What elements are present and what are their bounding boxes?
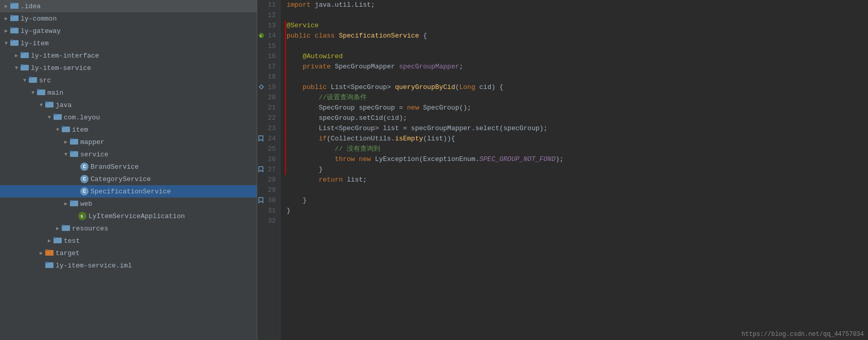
code-area: 111213s141516171819202122232425262728293… <box>257 0 868 340</box>
folder-blue-icon <box>21 51 29 60</box>
folder-blue-icon <box>62 224 70 233</box>
line-number-17: 17 <box>257 62 276 72</box>
tree-item-idea[interactable]: .idea <box>0 0 257 12</box>
code-editor: 111213s141516171819202122232425262728293… <box>257 0 868 340</box>
svg-rect-46 <box>62 225 65 226</box>
folder-blue-icon <box>45 261 54 270</box>
svg-rect-41 <box>70 200 73 202</box>
tree-arrow-src[interactable] <box>21 76 29 84</box>
tree-label-CategoryService: CategoryService <box>91 175 253 183</box>
code-line-22: specGroup.setCid(cid); <box>287 113 868 123</box>
code-line-21: SpecGroup specGroup = new SpecGroup(); <box>287 103 868 113</box>
tree-item-SpecificationService[interactable]: CSpecificationService <box>0 185 257 198</box>
java-class-icon: C <box>80 175 88 183</box>
svg-rect-8 <box>10 27 13 29</box>
red-bookmark-line <box>285 72 286 82</box>
tree-item-test[interactable]: test <box>0 235 257 247</box>
tree-item-com.leyou[interactable]: com.leyou <box>0 111 257 123</box>
tree-arrow-target[interactable] <box>37 249 45 257</box>
tree-arrow-test[interactable] <box>45 237 54 245</box>
tree-item-java[interactable]: java <box>0 99 257 111</box>
line-number-29: 29 <box>257 185 276 195</box>
tree-arrow-ly-item-service[interactable] <box>12 64 21 72</box>
tree-arrow-service[interactable] <box>62 150 70 158</box>
code-line-27: } <box>287 165 868 175</box>
line-numbers: 111213s141516171819202122232425262728293… <box>257 0 280 340</box>
red-bookmark-line <box>285 31 286 41</box>
code-line-30: } <box>287 195 868 206</box>
red-bookmark-line <box>285 165 286 175</box>
tree-item-web[interactable]: web <box>0 198 257 210</box>
tree-arrow-resources[interactable] <box>54 224 62 232</box>
tree-label-ly-item: ly-item <box>21 40 253 47</box>
tree-item-BrandService[interactable]: CBrandService <box>0 160 257 173</box>
red-bookmark-line <box>285 144 286 154</box>
svg-rect-29 <box>54 114 57 115</box>
code-line-12 <box>287 10 868 21</box>
tree-item-ly-item-service[interactable]: ly-item-service <box>0 62 257 74</box>
tree-label-test: test <box>64 237 253 245</box>
tree-label-service: service <box>80 151 253 158</box>
tree-item-item[interactable]: item <box>0 123 257 136</box>
tree-label-ly-gateway: ly-gateway <box>21 27 253 35</box>
code-line-16: @Autowired <box>287 51 868 62</box>
tree-arrow-ly-item-interface[interactable] <box>12 51 21 60</box>
file-tree[interactable]: .idea ly-common ly-gateway ly-item ly-it… <box>0 0 257 340</box>
tree-label-ly-item-interface: ly-item-interface <box>31 52 253 60</box>
tree-arrow-main[interactable] <box>29 88 37 97</box>
code-line-28: return list; <box>287 175 868 185</box>
tree-arrow-java[interactable] <box>37 101 45 109</box>
code-line-32 <box>287 216 868 226</box>
folder-blue-icon <box>70 199 78 208</box>
tree-item-LyItemServiceApplication[interactable]: sLyItemServiceApplication <box>0 210 257 222</box>
bean-gutter-icon: s <box>258 32 264 42</box>
tree-item-src[interactable]: src <box>0 74 257 86</box>
line-number-21: 21 <box>257 103 276 113</box>
tree-item-service[interactable]: service <box>0 148 257 160</box>
tree-arrow-ly-item[interactable] <box>2 39 10 47</box>
svg-rect-11 <box>10 40 13 41</box>
line-number-14: s14 <box>257 31 276 41</box>
code-line-11: import java.util.List; <box>287 0 868 10</box>
svg-rect-35 <box>70 138 73 140</box>
tree-item-ly-item-interface[interactable]: ly-item-interface <box>0 49 257 62</box>
code-line-15 <box>287 41 868 51</box>
tree-item-resources[interactable]: resources <box>0 222 257 235</box>
svg-rect-17 <box>21 64 24 66</box>
red-bookmark-line <box>285 93 286 103</box>
line-number-16: 16 <box>257 51 276 62</box>
tree-label-web: web <box>80 200 253 208</box>
code-line-23: List<SpecGroup> list = specGroupMapper.s… <box>287 123 868 134</box>
svg-text:s: s <box>260 34 262 38</box>
red-bookmark-line <box>285 103 286 113</box>
tree-item-ly-common[interactable]: ly-common <box>0 12 257 25</box>
tree-item-target[interactable]: target <box>0 247 257 259</box>
tree-arrow-item[interactable] <box>54 126 62 134</box>
svg-rect-20 <box>29 77 32 78</box>
folder-blue-icon <box>21 63 29 73</box>
tree-item-mapper[interactable]: mapper <box>0 136 257 148</box>
tree-label-ly-common: ly-common <box>21 15 253 23</box>
tree-arrow-web[interactable] <box>62 200 70 208</box>
tree-arrow-mapper[interactable] <box>62 138 70 146</box>
code-line-29 <box>287 185 868 195</box>
tree-item-ly-item-service.iml[interactable]: ly-item-service.iml <box>0 259 257 272</box>
red-bookmark-line <box>285 21 286 31</box>
tree-arrow-ly-common[interactable] <box>2 14 10 23</box>
code-content: import java.util.List;@Servicepublic cla… <box>280 0 868 340</box>
tree-arrow-com.leyou[interactable] <box>45 113 54 121</box>
tree-item-CategoryService[interactable]: CCategoryService <box>0 173 257 185</box>
svg-rect-14 <box>21 52 24 53</box>
tree-item-main[interactable]: main <box>0 86 257 99</box>
code-line-24: if(CollectionUtils.isEmpty(list)){ <box>287 134 868 144</box>
tree-item-ly-item[interactable]: ly-item <box>0 37 257 49</box>
svg-rect-26 <box>45 101 48 103</box>
tree-arrow-ly-gateway[interactable] <box>2 27 10 35</box>
tree-arrow-idea[interactable] <box>2 2 10 10</box>
svg-text:s: s <box>81 214 83 219</box>
tree-item-ly-gateway[interactable]: ly-gateway <box>0 25 257 37</box>
red-bookmark-line <box>285 113 286 123</box>
folder-blue-icon <box>10 2 19 11</box>
line-number-23: 23 <box>257 123 276 134</box>
java-class-icon: C <box>80 163 88 171</box>
